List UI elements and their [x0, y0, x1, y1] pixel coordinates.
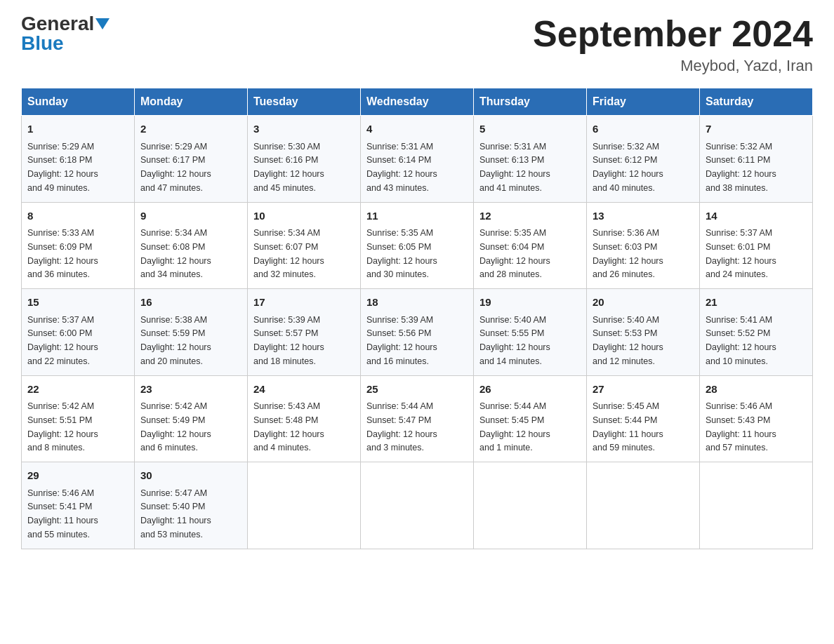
calendar-day-cell — [361, 462, 474, 549]
day-info-text: Sunrise: 5:42 AMSunset: 5:49 PMDaylight:… — [140, 401, 211, 452]
calendar-day-cell: 7Sunrise: 5:32 AMSunset: 6:11 PMDaylight… — [700, 116, 813, 203]
day-info-text: Sunrise: 5:31 AMSunset: 6:13 PMDaylight:… — [479, 142, 550, 193]
day-number: 21 — [706, 295, 807, 311]
calendar-day-cell: 9Sunrise: 5:34 AMSunset: 6:08 PMDaylight… — [135, 202, 248, 289]
day-number: 24 — [253, 382, 355, 398]
calendar-day-cell: 20Sunrise: 5:40 AMSunset: 5:53 PMDayligh… — [587, 289, 700, 376]
day-info-text: Sunrise: 5:36 AMSunset: 6:03 PMDaylight:… — [593, 228, 663, 279]
day-info-text: Sunrise: 5:32 AMSunset: 6:11 PMDaylight:… — [706, 142, 776, 193]
day-info-text: Sunrise: 5:34 AMSunset: 6:08 PMDaylight:… — [140, 228, 211, 279]
title-block: September 2024 Meybod, Yazd, Iran — [533, 14, 813, 75]
calendar-day-cell: 8Sunrise: 5:33 AMSunset: 6:09 PMDaylight… — [22, 202, 135, 289]
logo-general: General — [21, 14, 94, 34]
calendar-day-cell: 2Sunrise: 5:29 AMSunset: 6:17 PMDaylight… — [135, 116, 248, 203]
day-number: 25 — [366, 382, 468, 398]
day-info-text: Sunrise: 5:42 AMSunset: 5:51 PMDaylight:… — [27, 401, 98, 452]
day-info-text: Sunrise: 5:40 AMSunset: 5:55 PMDaylight:… — [479, 315, 550, 366]
day-number: 2 — [140, 121, 241, 137]
day-number: 27 — [593, 382, 694, 398]
day-number: 22 — [27, 382, 128, 398]
day-info-text: Sunrise: 5:41 AMSunset: 5:52 PMDaylight:… — [706, 315, 776, 366]
day-info-text: Sunrise: 5:30 AMSunset: 6:16 PMDaylight:… — [253, 142, 324, 193]
weekday-header-wednesday: Wednesday — [361, 88, 474, 116]
calendar-header: SundayMondayTuesdayWednesdayThursdayFrid… — [22, 88, 813, 116]
day-info-text: Sunrise: 5:29 AMSunset: 6:17 PMDaylight:… — [140, 142, 211, 193]
day-number: 18 — [366, 295, 468, 311]
logo-triangle-icon — [95, 18, 110, 29]
calendar-day-cell: 16Sunrise: 5:38 AMSunset: 5:59 PMDayligh… — [135, 289, 248, 376]
day-info-text: Sunrise: 5:37 AMSunset: 6:01 PMDaylight:… — [706, 228, 776, 279]
weekday-header-sunday: Sunday — [22, 88, 135, 116]
calendar-day-cell: 5Sunrise: 5:31 AMSunset: 6:13 PMDaylight… — [474, 116, 587, 203]
day-info-text: Sunrise: 5:47 AMSunset: 5:40 PMDaylight:… — [140, 488, 211, 539]
calendar-day-cell — [474, 462, 587, 549]
day-number: 29 — [27, 468, 128, 484]
calendar-day-cell: 23Sunrise: 5:42 AMSunset: 5:49 PMDayligh… — [135, 375, 248, 462]
calendar-day-cell: 18Sunrise: 5:39 AMSunset: 5:56 PMDayligh… — [361, 289, 474, 376]
calendar-day-cell: 27Sunrise: 5:45 AMSunset: 5:44 PMDayligh… — [587, 375, 700, 462]
weekday-header-row: SundayMondayTuesdayWednesdayThursdayFrid… — [22, 88, 813, 116]
day-number: 1 — [27, 121, 128, 137]
day-info-text: Sunrise: 5:31 AMSunset: 6:14 PMDaylight:… — [366, 142, 437, 193]
day-info-text: Sunrise: 5:46 AMSunset: 5:43 PMDaylight:… — [706, 401, 776, 452]
day-number: 14 — [706, 208, 807, 224]
day-number: 19 — [479, 295, 581, 311]
day-number: 26 — [479, 382, 581, 398]
calendar-day-cell: 30Sunrise: 5:47 AMSunset: 5:40 PMDayligh… — [135, 462, 248, 549]
day-info-text: Sunrise: 5:39 AMSunset: 5:57 PMDaylight:… — [253, 315, 324, 366]
day-info-text: Sunrise: 5:39 AMSunset: 5:56 PMDaylight:… — [366, 315, 437, 366]
day-number: 23 — [140, 382, 241, 398]
weekday-header-thursday: Thursday — [474, 88, 587, 116]
day-number: 3 — [253, 121, 355, 137]
logo: General Blue — [21, 14, 110, 53]
weekday-header-saturday: Saturday — [700, 88, 813, 116]
day-number: 17 — [253, 295, 355, 311]
day-number: 15 — [27, 295, 128, 311]
calendar-day-cell: 14Sunrise: 5:37 AMSunset: 6:01 PMDayligh… — [700, 202, 813, 289]
day-number: 7 — [706, 121, 807, 137]
day-info-text: Sunrise: 5:32 AMSunset: 6:12 PMDaylight:… — [593, 142, 663, 193]
weekday-header-monday: Monday — [135, 88, 248, 116]
day-number: 10 — [253, 208, 355, 224]
day-number: 12 — [479, 208, 581, 224]
calendar-title: September 2024 — [533, 14, 813, 54]
calendar-week-row: 29Sunrise: 5:46 AMSunset: 5:41 PMDayligh… — [22, 462, 813, 549]
calendar-week-row: 1Sunrise: 5:29 AMSunset: 6:18 PMDaylight… — [22, 116, 813, 203]
calendar-day-cell: 17Sunrise: 5:39 AMSunset: 5:57 PMDayligh… — [248, 289, 361, 376]
calendar-day-cell — [587, 462, 700, 549]
calendar-day-cell: 25Sunrise: 5:44 AMSunset: 5:47 PMDayligh… — [361, 375, 474, 462]
calendar-subtitle: Meybod, Yazd, Iran — [533, 57, 813, 75]
day-number: 9 — [140, 208, 241, 224]
day-number: 4 — [366, 121, 468, 137]
logo-blue: Blue — [21, 34, 64, 53]
page-header: General Blue September 2024 Meybod, Yazd… — [21, 14, 813, 75]
weekday-header-tuesday: Tuesday — [248, 88, 361, 116]
calendar-day-cell: 22Sunrise: 5:42 AMSunset: 5:51 PMDayligh… — [22, 375, 135, 462]
calendar-day-cell: 24Sunrise: 5:43 AMSunset: 5:48 PMDayligh… — [248, 375, 361, 462]
day-info-text: Sunrise: 5:40 AMSunset: 5:53 PMDaylight:… — [593, 315, 663, 366]
day-info-text: Sunrise: 5:46 AMSunset: 5:41 PMDaylight:… — [27, 488, 98, 539]
calendar-day-cell: 4Sunrise: 5:31 AMSunset: 6:14 PMDaylight… — [361, 116, 474, 203]
day-info-text: Sunrise: 5:37 AMSunset: 6:00 PMDaylight:… — [27, 315, 98, 366]
calendar-body: 1Sunrise: 5:29 AMSunset: 6:18 PMDaylight… — [22, 116, 813, 549]
calendar-day-cell: 28Sunrise: 5:46 AMSunset: 5:43 PMDayligh… — [700, 375, 813, 462]
calendar-day-cell: 11Sunrise: 5:35 AMSunset: 6:05 PMDayligh… — [361, 202, 474, 289]
day-info-text: Sunrise: 5:35 AMSunset: 6:05 PMDaylight:… — [366, 228, 437, 279]
calendar-day-cell: 1Sunrise: 5:29 AMSunset: 6:18 PMDaylight… — [22, 116, 135, 203]
day-info-text: Sunrise: 5:38 AMSunset: 5:59 PMDaylight:… — [140, 315, 211, 366]
calendar-table: SundayMondayTuesdayWednesdayThursdayFrid… — [21, 88, 813, 549]
calendar-day-cell: 3Sunrise: 5:30 AMSunset: 6:16 PMDaylight… — [248, 116, 361, 203]
calendar-day-cell: 13Sunrise: 5:36 AMSunset: 6:03 PMDayligh… — [587, 202, 700, 289]
day-info-text: Sunrise: 5:34 AMSunset: 6:07 PMDaylight:… — [253, 228, 324, 279]
day-number: 6 — [593, 121, 694, 137]
day-info-text: Sunrise: 5:29 AMSunset: 6:18 PMDaylight:… — [27, 142, 98, 193]
calendar-day-cell — [248, 462, 361, 549]
day-info-text: Sunrise: 5:35 AMSunset: 6:04 PMDaylight:… — [479, 228, 550, 279]
day-number: 20 — [593, 295, 694, 311]
calendar-day-cell — [700, 462, 813, 549]
calendar-day-cell: 21Sunrise: 5:41 AMSunset: 5:52 PMDayligh… — [700, 289, 813, 376]
calendar-day-cell: 6Sunrise: 5:32 AMSunset: 6:12 PMDaylight… — [587, 116, 700, 203]
calendar-day-cell: 19Sunrise: 5:40 AMSunset: 5:55 PMDayligh… — [474, 289, 587, 376]
day-number: 28 — [706, 382, 807, 398]
day-info-text: Sunrise: 5:44 AMSunset: 5:45 PMDaylight:… — [479, 401, 550, 452]
